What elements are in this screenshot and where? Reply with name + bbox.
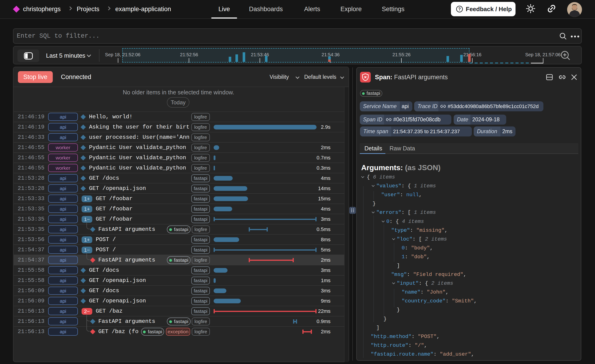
svg-text:?: ? [458,7,461,11]
